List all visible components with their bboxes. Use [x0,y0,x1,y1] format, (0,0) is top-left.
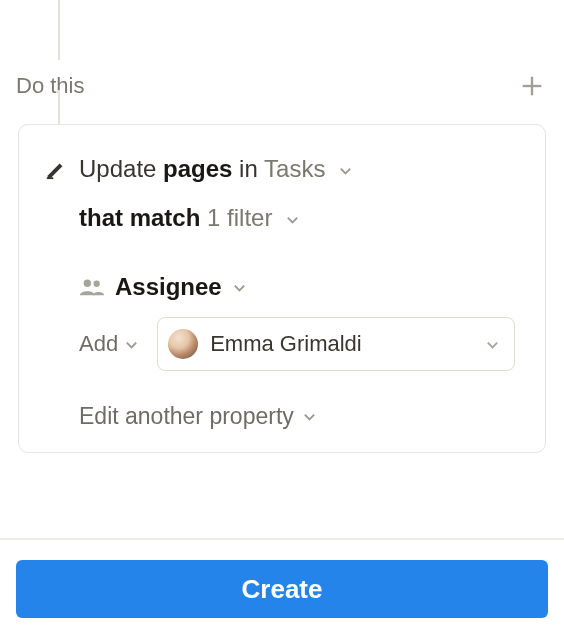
create-button-label: Create [242,574,323,605]
filter-count[interactable]: 1 filter [207,204,272,231]
property-name: Assignee [115,273,222,301]
action-summary-row[interactable]: Update pages in Tasks [45,153,519,184]
footer-divider [0,538,564,540]
property-row[interactable]: Assignee [45,273,519,301]
action-in-label: in [239,155,258,182]
value-row: Add Emma Grimaldi [45,317,519,371]
people-icon [79,278,105,296]
chevron-down-icon [485,337,500,352]
section-title: Do this [16,73,84,99]
action-verb: Update [79,155,156,182]
edit-another-label: Edit another property [79,403,294,430]
action-object: pages [163,155,232,182]
connector-line-top [58,0,60,60]
plus-icon[interactable] [518,72,546,100]
svg-point-3 [84,280,91,287]
match-prefix: that match [79,204,200,231]
action-target[interactable]: Tasks [264,155,325,182]
action-card: Update pages in Tasks that match 1 filte… [18,124,546,453]
section-header: Do this [16,72,546,100]
pencil-icon [45,158,67,180]
connector-line-mid [58,90,60,126]
value-select[interactable]: Emma Grimaldi [157,317,515,371]
operation-select[interactable]: Add [79,331,139,357]
edit-another-property[interactable]: Edit another property [45,403,317,430]
chevron-down-icon[interactable] [338,163,353,178]
value-label: Emma Grimaldi [210,331,479,357]
chevron-down-icon [302,409,317,424]
chevron-down-icon[interactable] [232,280,247,295]
operation-label: Add [79,331,118,357]
avatar [168,329,198,359]
chevron-down-icon[interactable] [285,212,300,227]
svg-point-4 [93,281,99,287]
filter-row[interactable]: that match 1 filter [45,202,519,233]
create-button[interactable]: Create [16,560,548,618]
chevron-down-icon [124,337,139,352]
